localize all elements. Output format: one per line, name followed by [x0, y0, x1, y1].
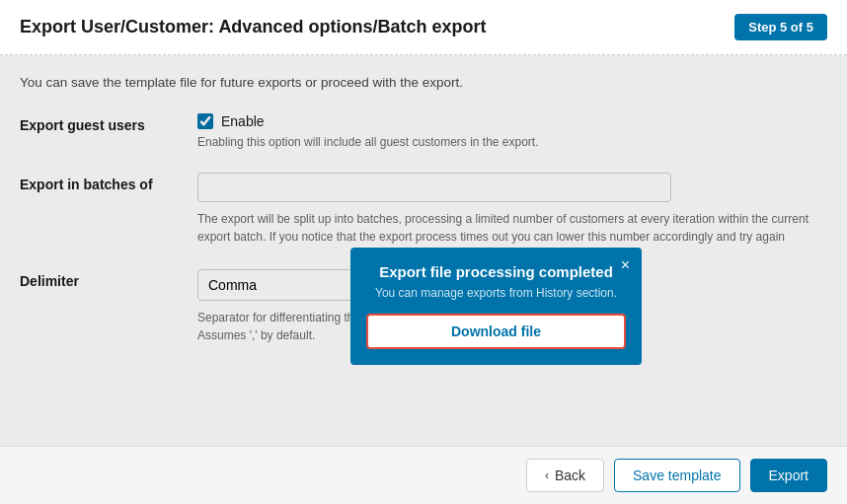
save-template-label: Save template — [633, 468, 722, 483]
page-footer: ‹ Back Save template Export — [0, 446, 847, 504]
popup-close-button[interactable]: × — [621, 257, 630, 273]
export-label: Export — [769, 468, 808, 483]
page-title: Export User/Customer: Advanced options/B… — [20, 17, 486, 37]
back-label: Back — [555, 468, 585, 483]
popup-subtitle: You can manage exports from History sect… — [366, 286, 626, 300]
page-wrapper: Export User/Customer: Advanced options/B… — [0, 0, 847, 504]
popup-title: Export file processing completed — [366, 263, 626, 280]
export-button[interactable]: Export — [750, 459, 827, 492]
page-header: Export User/Customer: Advanced options/B… — [0, 0, 847, 55]
content-area: You can save the template file for futur… — [0, 55, 847, 446]
save-template-button[interactable]: Save template — [614, 459, 740, 492]
download-file-button[interactable]: Download file — [366, 314, 626, 349]
export-complete-popup: × Export file processing completed You c… — [350, 248, 642, 365]
back-button[interactable]: ‹ Back — [526, 459, 604, 492]
chevron-left-icon: ‹ — [545, 468, 549, 482]
step-badge: Step 5 of 5 — [734, 14, 827, 40]
